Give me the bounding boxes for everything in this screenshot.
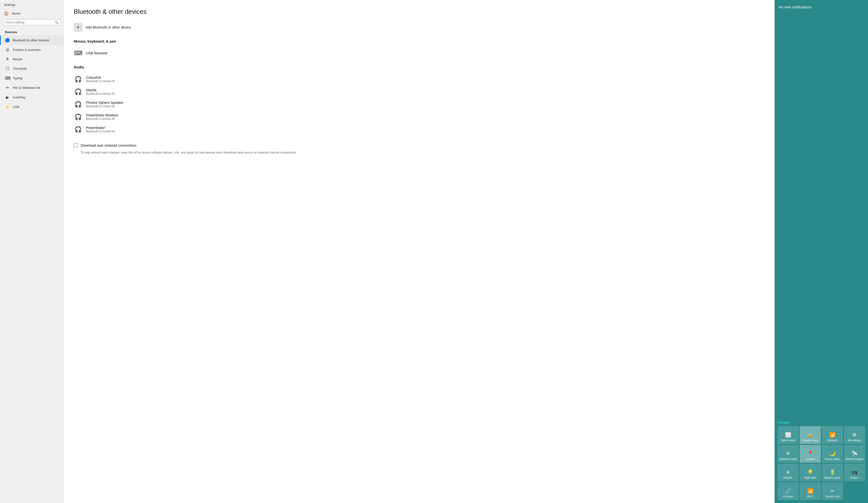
sidebar-label-bluetooth: Bluetooth & other devices [13, 38, 49, 42]
qa-label-project: Project [850, 476, 859, 479]
qa-icon-focus-assist: 🌙 [829, 451, 836, 456]
download-label: Download over metered connections [81, 143, 136, 148]
sidebar-label-pen: Pen & Windows Ink [13, 86, 41, 90]
qa-tile-location[interactable]: 📍Location [800, 445, 821, 463]
device-name: Powerbeats³ [86, 126, 115, 130]
page-title: Bluetooth & other devices [74, 8, 765, 16]
qa-tile-night-light[interactable]: 💡Night light [800, 464, 821, 481]
qa-tile-connect[interactable]: 🔗Connect [777, 482, 799, 500]
qa-label-brighter: Brighter [783, 476, 793, 479]
device-icon: 🎧 [74, 88, 83, 95]
device-info: ColourfullBluetooth is turned off [86, 76, 115, 83]
sidebar-label-autoplay: AutoPlay [13, 95, 25, 99]
search-input[interactable] [5, 20, 54, 24]
sidebar-item-mouse[interactable]: 🖱 Mouse [0, 54, 64, 64]
no-notifications-label: No new notifications [777, 4, 865, 12]
qa-icon-network: 📶 [829, 432, 836, 438]
device-info: Photive Sphere SpeakerBluetooth is turne… [86, 101, 123, 108]
device-status: Bluetooth is turned off [86, 104, 123, 108]
qa-icon-night-light: 💡 [807, 469, 814, 475]
qa-label-mobile-hotspot: Mobile hotspot [846, 457, 863, 461]
qa-icon-wifi: 📶 [807, 488, 814, 494]
collapse-button[interactable]: Collapse [777, 420, 865, 426]
sidebar-icon-printers: 🖨 [5, 48, 10, 52]
device-info: Powerbeats WirelessBluetooth is turned o… [86, 113, 118, 121]
device-info: USB Receiver [86, 51, 108, 55]
device-item[interactable]: 🎧Powerbeats WirelessBluetooth is turned … [74, 111, 765, 123]
qa-tile-airplane-mode[interactable]: ✈Airplane mode [777, 445, 799, 463]
sidebar-item-printers[interactable]: 🖨 Printers & scanners [0, 45, 64, 54]
sidebar-item-bluetooth[interactable]: 🔵 Bluetooth & other devices [0, 36, 64, 45]
app-title: Settings [0, 0, 64, 9]
sidebar-search-box[interactable]: 🔍 [3, 19, 61, 26]
sidebar-label-typing: Typing [13, 76, 22, 80]
qa-label-all-settings: All settings [848, 439, 861, 442]
device-item[interactable]: 🎧Powerbeats³Bluetooth is turned off [74, 123, 765, 135]
qa-tile-screen-snip[interactable]: ✂Screen snip [822, 482, 843, 500]
quick-actions-grid: ⬜Tablet mode🔒Rotation lock📶Network⚙All s… [777, 426, 865, 500]
qa-label-location: Location [805, 457, 815, 461]
device-item[interactable]: ⌨USB Receiver [74, 47, 765, 59]
qa-label-screen-snip: Screen snip [825, 495, 839, 498]
download-checkbox[interactable] [74, 143, 78, 148]
device-item[interactable]: 🎧Photive Sphere SpeakerBluetooth is turn… [74, 98, 765, 111]
device-status: Bluetooth is turned off [86, 130, 115, 133]
qa-tile-wifi[interactable]: 📶Wi-Fi [800, 482, 821, 500]
qa-icon-rotation-lock: 🔒 [807, 432, 814, 438]
qa-label-network: Network [827, 439, 837, 442]
qa-tile-rotation-lock[interactable]: 🔒Rotation lock [800, 426, 821, 444]
sidebar-icon-pen: ✏ [5, 85, 10, 90]
device-name: Mazda [86, 88, 115, 92]
devices-section-label: Devices [0, 28, 64, 36]
qa-icon-battery-saver: 🔋 [829, 469, 836, 475]
qa-label-tablet-mode: Tablet mode [781, 439, 795, 442]
device-name: Photive Sphere Speaker [86, 101, 123, 104]
download-section: Download over metered connections To hel… [74, 143, 765, 155]
qa-icon-mobile-hotspot: 📡 [851, 451, 858, 456]
qa-label-wifi: Wi-Fi [807, 495, 814, 498]
device-item[interactable]: 🎧MazdaBluetooth is turned off [74, 85, 765, 98]
download-checkbox-row[interactable]: Download over metered connections [74, 143, 765, 148]
device-sections: Mouse, keyboard, & pen⌨USB ReceiverAudio… [74, 39, 765, 135]
device-item[interactable]: 🎧ColourfullBluetooth is turned off [74, 73, 765, 85]
qa-tile-network[interactable]: 📶Network [822, 426, 843, 444]
sidebar-item-typing[interactable]: ⌨ Typing [0, 73, 64, 83]
device-name: USB Receiver [86, 51, 108, 55]
qa-tile-all-settings[interactable]: ⚙All settings [844, 426, 865, 444]
sidebar-item-pen[interactable]: ✏ Pen & Windows Ink [0, 83, 64, 92]
qa-tile-project[interactable]: 📺Project [844, 464, 865, 481]
sidebar-icon-autoplay: ▶ [5, 95, 10, 100]
qa-label-rotation-lock: Rotation lock [802, 439, 818, 442]
section-mouse-kb-pen: Mouse, keyboard, & pen⌨USB Receiver [74, 39, 765, 59]
section-title-audio: Audio [74, 65, 765, 69]
qa-label-airplane-mode: Airplane mode [779, 457, 797, 461]
sidebar-item-touchpad[interactable]: ☐ Touchpad [0, 64, 64, 73]
device-info: MazdaBluetooth is turned off [86, 88, 115, 95]
sidebar-item-home[interactable]: 🏠 Home [0, 9, 64, 18]
add-device-label: Add Bluetooth or other device [85, 26, 131, 29]
main-content: Bluetooth & other devices + Add Bluetoot… [64, 0, 775, 503]
qa-tile-focus-assist[interactable]: 🌙Focus assist [822, 445, 843, 463]
qa-tile-battery-saver[interactable]: 🔋Battery saver [822, 464, 843, 481]
add-device-button[interactable]: + Add Bluetooth or other device [74, 21, 765, 33]
device-info: Powerbeats³Bluetooth is turned off [86, 126, 115, 133]
sidebar-item-usb[interactable]: ⚡ USB [0, 102, 64, 112]
sidebar-label-touchpad: Touchpad [13, 67, 27, 70]
qa-icon-screen-snip: ✂ [830, 488, 835, 494]
qa-tile-tablet-mode[interactable]: ⬜Tablet mode [777, 426, 799, 444]
sidebar-icon-touchpad: ☐ [5, 66, 10, 71]
sidebar-label-mouse: Mouse [13, 57, 22, 61]
qa-label-battery-saver: Battery saver [825, 476, 840, 479]
sidebar-item-autoplay[interactable]: ▶ AutoPlay [0, 92, 64, 102]
search-icon: 🔍 [54, 20, 59, 24]
qa-tile-mobile-hotspot[interactable]: 📡Mobile hotspot [844, 445, 865, 463]
action-center: No new notifications Collapse ⬜Tablet mo… [775, 0, 868, 503]
qa-tile-brighter[interactable]: ☀Brighter [777, 464, 799, 481]
qa-icon-project: 📺 [851, 469, 858, 475]
sidebar-items: 🔵 Bluetooth & other devices 🖨 Printers &… [0, 36, 64, 112]
home-label: Home [12, 12, 20, 15]
add-device-plus-icon: + [74, 23, 83, 32]
device-icon: 🎧 [74, 126, 83, 133]
device-name: Colourfull [86, 76, 115, 80]
qa-label-connect: Connect [783, 495, 793, 498]
